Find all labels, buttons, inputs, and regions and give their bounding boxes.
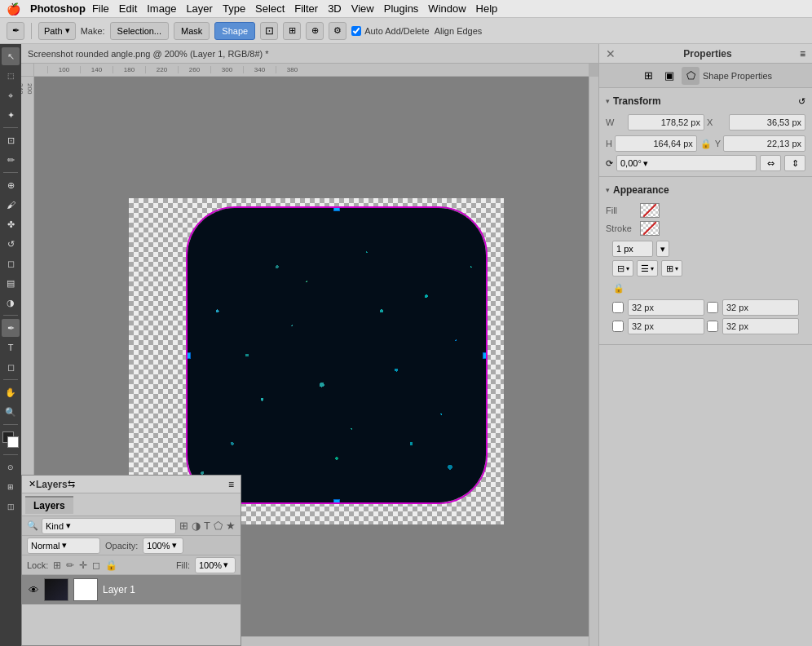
frame-tool[interactable]: ⊞ [2,478,20,496]
layers-menu-icon[interactable]: ≡ [228,479,234,490]
text-tool[interactable]: T [2,338,20,356]
menu-image[interactable]: Image [147,2,176,15]
shape-button[interactable]: Shape [214,22,255,40]
lock-pixels-icon[interactable]: ⊞ [53,560,61,571]
blend-mode-dropdown[interactable]: Normal ▾ [27,538,100,554]
path-dropdown[interactable]: Path ▾ [38,22,76,40]
flip-h-button[interactable]: ⇔ [760,155,781,171]
transform-section-header[interactable]: ▾ Transform ↺ [599,91,812,111]
filter-smart-icon[interactable]: ★ [226,520,236,532]
panel-close-button[interactable]: ✕ [606,47,616,60]
eyedropper-tool[interactable]: ✏ [2,151,20,169]
layers-expand-icon[interactable]: ⇆ [68,479,75,489]
filter-pixel-icon[interactable]: ⊞ [179,520,188,532]
pen-tool[interactable]: ✒ [2,319,20,337]
menu-edit[interactable]: Edit [119,2,137,15]
fill-swatch[interactable] [640,203,660,218]
angle-input[interactable]: 0,00° ▾ [616,155,757,171]
x-input[interactable]: 36,53 px [729,114,805,131]
corner-br-check[interactable] [707,321,718,332]
tab-layers[interactable]: Layers [25,496,73,514]
opacity-input[interactable]: 100% ▾ [143,538,183,554]
background-color[interactable] [7,436,19,448]
brush-tool[interactable]: 🖌 [2,196,20,214]
heal-tool[interactable]: ⊕ [2,176,20,194]
align-icon-1[interactable]: ⊟▾ [612,260,633,277]
pen-tool-icon[interactable]: ✒ [7,22,24,40]
menu-select[interactable]: Select [255,2,285,15]
filter-adjustment-icon[interactable]: ◑ [192,520,201,532]
lock-position-icon[interactable]: ✏ [66,560,74,571]
shape-tool[interactable]: ◻ [2,358,20,376]
stroke-swatch[interactable] [640,221,660,236]
w-input[interactable]: 178,52 px [628,114,704,131]
corner-lock-icon[interactable]: 🔒 [612,281,625,294]
corner-tr-check[interactable] [707,302,718,313]
handle-middle-left[interactable] [186,352,191,359]
appearance-section-header[interactable]: ▾ Appearance [599,180,812,200]
menu-plugins[interactable]: Plugins [384,2,419,15]
panel-menu-icon[interactable]: ≡ [800,48,805,60]
color-box[interactable] [2,431,19,448]
apple-menu[interactable]: 🍎 [7,2,20,15]
select-tool[interactable]: ⬚ [2,67,20,85]
corner-bl-check[interactable] [612,321,624,332]
corner-tr-input[interactable]: 32 px [722,299,799,316]
mask-button[interactable]: Mask [174,22,210,40]
tab-icon-pixel[interactable]: ⊞ [639,67,657,85]
align-icon-3[interactable]: ⊞▾ [661,260,682,277]
dodge-tool[interactable]: ◑ [2,294,20,312]
crop-tool[interactable]: ⊡ [2,131,20,149]
menu-file[interactable]: File [92,2,109,15]
handle-bottom-middle[interactable] [333,499,340,504]
y-input[interactable]: 22,13 px [723,135,805,152]
lock-move-icon[interactable]: ✛ [79,560,87,571]
move-tool[interactable]: ↖ [2,47,20,65]
selection-button[interactable]: Selection... [110,22,169,40]
filter-kind-dropdown[interactable]: Kind ▾ [42,518,176,534]
auto-add-del-checkbox[interactable] [351,26,361,36]
corner-tl-check[interactable] [612,302,624,313]
stroke-size-dropdown[interactable]: ▾ [656,241,669,257]
menu-window[interactable]: Window [428,2,466,15]
lock-artboard-icon[interactable]: ◻ [92,560,100,571]
handle-top-left[interactable] [186,206,191,211]
document-tab[interactable]: Screenshot rounded angle.png @ 200% (Lay… [28,49,269,59]
clone-tool[interactable]: ✤ [2,215,20,233]
lock-all-icon[interactable]: 🔒 [105,560,117,571]
filter-shape-icon[interactable]: ⬠ [214,520,223,532]
layer-item-1[interactable]: 👁 Layer 1 [22,575,241,604]
menu-view[interactable]: View [351,2,374,15]
magic-wand-tool[interactable]: ✦ [2,106,20,124]
tab-icon-shape[interactable]: ⬠ [682,67,699,85]
handle-middle-right[interactable] [483,352,488,359]
layers-close-icon[interactable]: ✕ [29,479,36,489]
filter-text-icon[interactable]: T [204,520,210,532]
eraser-tool[interactable]: ◻ [2,254,20,272]
menu-layer[interactable]: Layer [186,2,213,15]
zoom-tool[interactable]: 🔍 [2,403,20,421]
stroke-size-input[interactable]: 1 px [612,241,653,257]
handle-bottom-right[interactable] [483,499,488,504]
corner-br-input[interactable]: 32 px [722,318,799,334]
shape-layer[interactable] [186,206,488,504]
gradient-tool[interactable]: ▤ [2,274,20,292]
scrollbar-vertical[interactable] [589,77,598,646]
history-tool[interactable]: ↺ [2,235,20,253]
path-ops-icon[interactable]: ⊕ [306,22,324,40]
flip-v-button[interactable]: ⇕ [784,155,805,171]
menu-type[interactable]: Type [223,2,245,15]
quick-mask-tool[interactable]: ⊙ [2,458,20,476]
handle-top-right[interactable] [483,206,488,211]
corner-tl-input[interactable]: 32 px [628,299,704,316]
corner-bl-input[interactable]: 32 px [628,318,704,334]
tab-icon-image[interactable]: ▣ [660,67,678,85]
hand-tool[interactable]: ✋ [2,383,20,401]
transform-reset[interactable]: ↺ [798,96,805,107]
align-icon[interactable]: ⊞ [283,22,301,40]
lasso-tool[interactable]: ⌖ [2,86,20,104]
settings-icon[interactable]: ⚙ [329,22,346,40]
align-icon-2[interactable]: ☰▾ [637,260,658,277]
transform-icon[interactable]: ⊡ [260,22,278,40]
fill-input[interactable]: 100% ▾ [195,557,236,573]
